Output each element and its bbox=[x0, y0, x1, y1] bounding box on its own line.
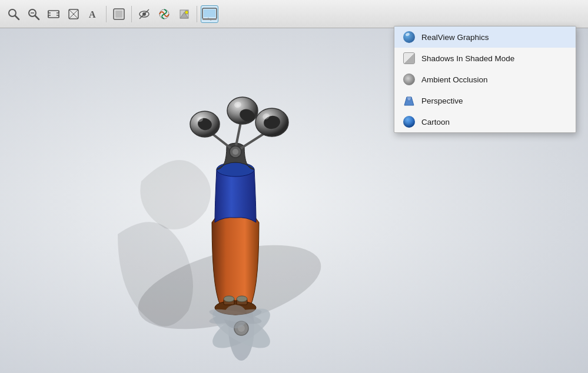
separator-3 bbox=[197, 6, 197, 22]
zoom-area-icon[interactable] bbox=[25, 5, 42, 23]
separator-2 bbox=[131, 6, 132, 22]
perspective-label: Perspective bbox=[421, 96, 463, 105]
hide-show-icon[interactable] bbox=[135, 5, 153, 23]
dropdown-menu: RealView Graphics Shadows In Shaded Mode… bbox=[394, 26, 576, 133]
perspective-icon bbox=[403, 94, 416, 107]
search-icon[interactable] bbox=[5, 5, 22, 23]
svg-point-34 bbox=[217, 162, 254, 176]
svg-line-3 bbox=[35, 16, 39, 19]
ambient-label: Ambient Occlusion bbox=[421, 75, 488, 84]
realview-icon bbox=[403, 31, 416, 44]
shadows-label: Shadows In Shaded Mode bbox=[421, 54, 514, 63]
menu-item-ambient[interactable]: Ambient Occlusion bbox=[394, 69, 576, 90]
svg-line-1 bbox=[15, 16, 19, 19]
render-icon[interactable] bbox=[155, 5, 173, 23]
cartoon-label: Cartoon bbox=[421, 118, 450, 126]
svg-point-18 bbox=[185, 11, 188, 14]
svg-rect-5 bbox=[48, 11, 59, 18]
svg-rect-11 bbox=[115, 11, 122, 18]
svg-rect-20 bbox=[204, 9, 215, 17]
text-icon[interactable]: A bbox=[85, 5, 102, 23]
separator-1 bbox=[106, 6, 107, 22]
svg-point-32 bbox=[224, 296, 234, 302]
svg-point-33 bbox=[237, 296, 247, 302]
toolbar: A bbox=[0, 0, 588, 28]
3d-rotate-icon[interactable] bbox=[65, 5, 82, 23]
realview-label: RealView Graphics bbox=[421, 33, 489, 42]
view-settings-button[interactable] bbox=[201, 5, 218, 23]
zoom-fit-icon[interactable] bbox=[45, 5, 62, 23]
shaded-icon[interactable] bbox=[110, 5, 128, 23]
menu-item-cartoon[interactable]: Cartoon bbox=[394, 111, 576, 132]
scene-icon[interactable] bbox=[175, 5, 193, 23]
menu-item-perspective[interactable]: Perspective bbox=[394, 90, 576, 111]
cartoon-icon bbox=[403, 115, 416, 128]
menu-item-realview[interactable]: RealView Graphics bbox=[394, 26, 576, 48]
shadows-icon bbox=[403, 52, 416, 65]
menu-item-shadows[interactable]: Shadows In Shaded Mode bbox=[394, 48, 576, 69]
svg-point-39 bbox=[232, 149, 238, 155]
ambient-icon bbox=[403, 73, 416, 86]
svg-text:A: A bbox=[89, 9, 96, 19]
